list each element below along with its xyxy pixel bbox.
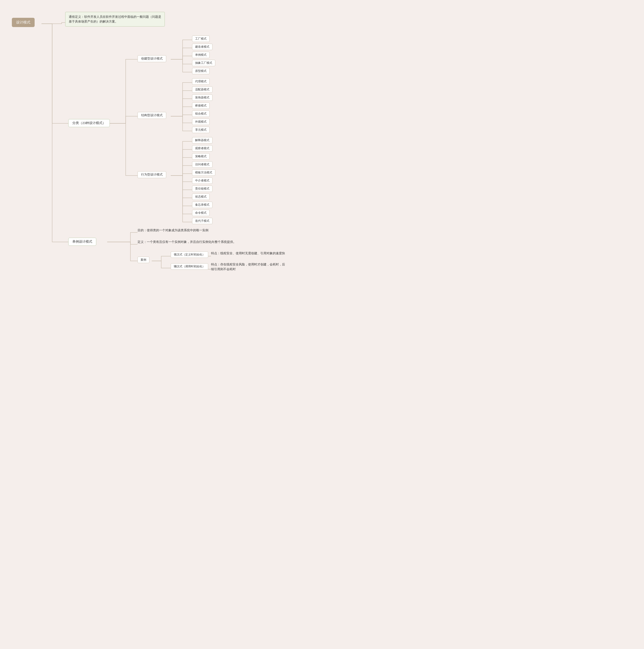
leaf-flyweight: 享元模式	[192, 127, 210, 133]
leaf-template: 模板方法模式	[192, 169, 215, 176]
branch-creational: 创建型设计模式	[138, 55, 166, 62]
leaf-abstract-factory: 抽象工厂模式	[192, 60, 215, 66]
branch-behavioral: 行为型设计模式	[138, 171, 166, 178]
leaf-prototype: 原型模式	[192, 68, 210, 74]
leaf-singleton: 单例模式	[192, 52, 210, 58]
leaf-proxy: 代理模式	[192, 78, 210, 85]
case-lazy-feature: 特点：存在线程安全风险，使用时才创建，会耗时，后续引用则不会耗时	[211, 262, 287, 272]
leaf-facade: 外观模式	[192, 119, 210, 125]
leaf-strategy: 策略模式	[192, 153, 210, 160]
leaf-iterator: 迭代子模式	[192, 218, 213, 224]
singleton-purpose: 目的：使得类的一个对象成为该类系统中的唯一实例	[138, 228, 209, 232]
leaf-composite: 组合模式	[192, 111, 210, 117]
branch-classify: 分类（23种设计模式）	[68, 119, 110, 127]
leaf-bridge: 桥接模式	[192, 102, 210, 109]
leaf-builder: 建造者模式	[192, 44, 213, 50]
leaf-observer: 观察者模式	[192, 145, 213, 152]
singleton-cases-label: 案例	[138, 257, 149, 263]
leaf-factory: 工厂模式	[192, 36, 210, 42]
branch-structural: 结构型设计模式	[138, 112, 166, 119]
branch-singleton: 单例设计模式	[68, 238, 96, 246]
leaf-command: 命令模式	[192, 210, 210, 216]
leaf-decorator: 装饰器模式	[192, 94, 213, 101]
leaf-adapter: 适配器模式	[192, 86, 213, 93]
leaf-interpreter: 解释器模式	[192, 137, 213, 143]
mind-map: 设计模式 通俗定义：软件开发人员在软件开发过程中面临的一般问题（问题是基于具体场…	[5, 5, 639, 313]
case-lazy: 懒汉式（调用时初始化）	[171, 263, 208, 270]
case-eager: 饿汉式（定义时初始化）	[171, 252, 208, 258]
leaf-memento: 备忘录模式	[192, 202, 213, 208]
definition-box: 通俗定义：软件开发人员在软件开发过程中面临的一般问题（问题是基于具体场景产生的）…	[65, 12, 165, 27]
leaf-visitor: 访问者模式	[192, 161, 213, 168]
singleton-definition: 定义：一个类有且仅有一个实例对象，并且自行实例化向整个系统提供。	[138, 240, 236, 244]
leaf-mediator: 中介者模式	[192, 177, 213, 184]
leaf-state: 状态模式	[192, 193, 210, 200]
root-node: 设计模式	[12, 18, 35, 27]
case-eager-feature: 特点：线程安全、使用时无需创建、引用对象的速度快	[211, 252, 285, 256]
leaf-chain: 责任链模式	[192, 185, 213, 192]
